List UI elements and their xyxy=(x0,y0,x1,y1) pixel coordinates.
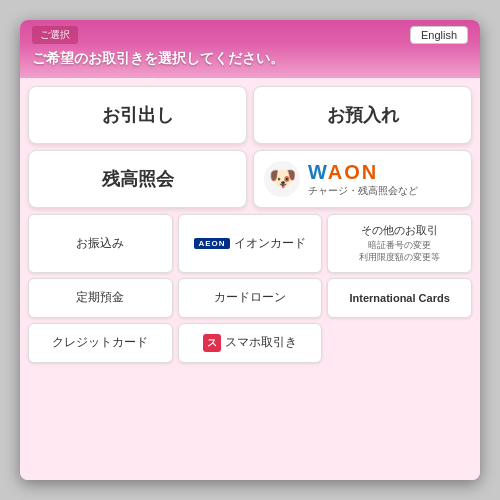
intl-cards-button[interactable]: International Cards xyxy=(327,278,472,318)
other-label: その他のお取引 xyxy=(361,223,438,237)
smaho-button[interactable]: ス スマホ取引き xyxy=(178,323,323,363)
card-loan-label: カードローン xyxy=(214,289,286,306)
deposit-button[interactable]: お預入れ xyxy=(253,86,472,144)
main-buttons-grid: お引出し お預入れ 残高照会 🐶 WAON チャージ・残高照会など xyxy=(28,86,472,208)
waon-dog-icon: 🐶 xyxy=(264,161,300,197)
screen-body: お引出し お預入れ 残高照会 🐶 WAON チャージ・残高照会など お振込み xyxy=(20,78,480,480)
transfer-label: お振込み xyxy=(76,235,124,252)
header-prompt: ご希望のお取引きを選択してください。 xyxy=(32,50,468,68)
waon-subtitle: チャージ・残高照会など xyxy=(308,184,418,198)
ion-card-button[interactable]: AEON イオンカード xyxy=(178,214,323,273)
smaho-icon: ス xyxy=(203,334,221,352)
waon-brand: WAON xyxy=(308,161,418,184)
waon-text: WAON チャージ・残高照会など xyxy=(308,161,418,198)
english-button[interactable]: English xyxy=(410,26,468,44)
title-bar: ご選択 xyxy=(32,26,78,44)
fixed-deposit-label: 定期預金 xyxy=(76,289,124,306)
credit-card-label: クレジットカード xyxy=(52,334,148,351)
intl-cards-label: International Cards xyxy=(350,292,450,304)
header: ご選択 English ご希望のお取引きを選択してください。 xyxy=(20,20,480,78)
smaho-content: ス スマホ取引き xyxy=(203,334,297,352)
header-top: ご選択 English xyxy=(32,26,468,44)
other-button[interactable]: その他のお取引 暗証番号の変更利用限度額の変更等 xyxy=(327,214,472,273)
waon-button[interactable]: 🐶 WAON チャージ・残高照会など xyxy=(253,150,472,208)
sub-buttons-grid: お振込み AEON イオンカード その他のお取引 暗証番号の変更利用限度額の変更… xyxy=(28,214,472,363)
waon-logo: 🐶 xyxy=(264,161,300,197)
smaho-label: スマホ取引き xyxy=(225,334,297,351)
atm-screen: ご選択 English ご希望のお取引きを選択してください。 お引出し お預入れ… xyxy=(20,20,480,480)
ion-card-label: イオンカード xyxy=(234,235,306,252)
withdraw-button[interactable]: お引出し xyxy=(28,86,247,144)
transfer-button[interactable]: お振込み xyxy=(28,214,173,273)
aeon-logo-icon: AEON xyxy=(194,238,229,249)
card-loan-button[interactable]: カードローン xyxy=(178,278,323,318)
credit-card-button[interactable]: クレジットカード xyxy=(28,323,173,363)
waon-w: W xyxy=(308,161,328,183)
other-sublabel: 暗証番号の変更利用限度額の変更等 xyxy=(359,240,440,263)
ion-card-content: AEON イオンカード xyxy=(194,235,305,252)
fixed-deposit-button[interactable]: 定期預金 xyxy=(28,278,173,318)
waon-rest: AON xyxy=(328,161,378,183)
balance-button[interactable]: 残高照会 xyxy=(28,150,247,208)
